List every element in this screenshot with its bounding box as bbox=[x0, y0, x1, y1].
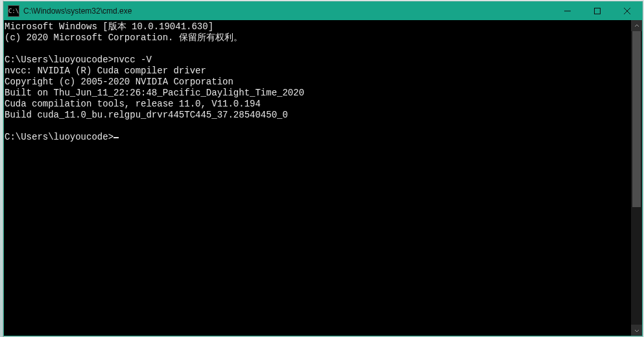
terminal-line: Cuda compilation tools, release 11.0, V1… bbox=[5, 99, 261, 109]
scroll-down-button[interactable] bbox=[631, 325, 642, 336]
vertical-scrollbar[interactable] bbox=[631, 20, 642, 336]
maximize-button[interactable] bbox=[582, 2, 612, 20]
terminal-prompt: C:\Users\luoyoucode> bbox=[5, 55, 113, 65]
scrollbar-track[interactable] bbox=[631, 31, 642, 325]
cmd-icon: C:\ bbox=[8, 5, 19, 17]
titlebar[interactable]: C:\ C:\Windows\system32\cmd.exe bbox=[4, 2, 642, 20]
terminal-line: Microsoft Windows [版本 10.0.19041.630] bbox=[5, 21, 213, 32]
chevron-down-icon bbox=[634, 328, 639, 333]
chevron-up-icon bbox=[634, 23, 639, 29]
terminal-line: Built on Thu_Jun_11_22:26:48_Pacific_Day… bbox=[5, 88, 304, 98]
terminal-line: (c) 2020 Microsoft Corporation. 保留所有权利。 bbox=[5, 32, 243, 43]
close-button[interactable] bbox=[612, 2, 642, 20]
terminal-line: Copyright (c) 2005-2020 NVIDIA Corporati… bbox=[5, 77, 233, 87]
minimize-button[interactable] bbox=[553, 2, 582, 20]
terminal-line: Build cuda_11.0_bu.relgpu_drvr445TC445_3… bbox=[5, 110, 288, 120]
terminal-prompt: C:\Users\luoyoucode> bbox=[5, 132, 113, 142]
svg-rect-1 bbox=[595, 8, 601, 14]
terminal-command: nvcc -V bbox=[113, 55, 152, 65]
window-title: C:\Windows\system32\cmd.exe bbox=[23, 6, 132, 16]
terminal-line: nvcc: NVIDIA (R) Cuda compiler driver bbox=[5, 66, 206, 76]
cmd-window: C:\ C:\Windows\system32\cmd.exe Microsof… bbox=[3, 1, 643, 336]
minimize-icon bbox=[564, 8, 571, 14]
scroll-up-button[interactable] bbox=[631, 20, 642, 31]
close-icon bbox=[624, 8, 630, 14]
terminal-output[interactable]: Microsoft Windows [版本 10.0.19041.630] (c… bbox=[4, 20, 631, 336]
cursor-icon bbox=[113, 137, 119, 138]
scrollbar-thumb[interactable] bbox=[632, 31, 641, 207]
maximize-icon bbox=[594, 8, 601, 14]
